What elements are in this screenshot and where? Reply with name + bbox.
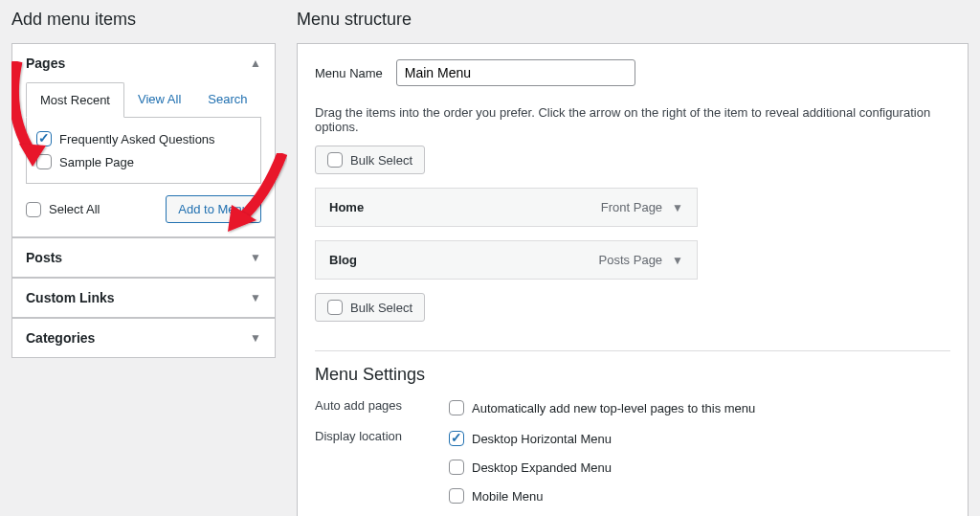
loc-desktop-expanded-checkbox[interactable] — [449, 460, 464, 475]
tab-search[interactable]: Search — [194, 82, 260, 117]
add-to-menu-button[interactable]: Add to Menu — [166, 195, 261, 223]
select-all-checkbox[interactable] — [26, 202, 41, 217]
tab-most-recent[interactable]: Most Recent — [26, 82, 124, 118]
tab-view-all[interactable]: View All — [124, 82, 194, 117]
accordion-posts[interactable]: Posts ▼ — [12, 237, 275, 278]
bulk-select-bottom-label: Bulk Select — [350, 301, 412, 315]
auto-add-label: Auto add pages — [315, 396, 449, 413]
chevron-down-icon: ▼ — [250, 251, 261, 264]
menu-item-home[interactable]: Home Front Page ▼ — [315, 188, 698, 227]
menu-item-home-label: Home — [329, 200, 364, 214]
chevron-up-icon: ▲ — [250, 56, 261, 70]
menu-settings-heading: Menu Settings — [315, 365, 950, 385]
bulk-select-bottom-button[interactable]: Bulk Select — [315, 293, 425, 322]
bulk-select-top-label: Bulk Select — [350, 153, 412, 168]
chevron-down-icon: ▼ — [672, 201, 683, 214]
loc-mobile-label: Mobile Menu — [472, 489, 543, 504]
page-item-sample[interactable]: Sample Page — [36, 150, 251, 173]
loc-desktop-expanded-label: Desktop Expanded Menu — [472, 460, 612, 475]
add-menu-items-heading: Add menu items — [11, 10, 276, 30]
select-all-row[interactable]: Select All — [26, 198, 100, 221]
menu-item-blog[interactable]: Blog Posts Page ▼ — [315, 240, 698, 280]
bulk-select-checkbox — [327, 152, 343, 168]
display-location-label: Display location — [315, 427, 449, 443]
select-all-label: Select All — [49, 202, 100, 216]
menu-item-home-type: Front Page — [601, 200, 662, 214]
menu-name-label: Menu Name — [315, 66, 383, 80]
menu-name-input[interactable] — [396, 59, 635, 86]
page-item-faq[interactable]: Frequently Asked Questions — [36, 127, 251, 150]
auto-add-checkbox[interactable] — [449, 400, 464, 415]
accordion-pages[interactable]: Pages ▲ — [12, 44, 275, 82]
bulk-select-top-button[interactable]: Bulk Select — [315, 146, 425, 174]
bulk-select-checkbox-2 — [327, 300, 343, 315]
loc-mobile[interactable]: Mobile Menu — [449, 484, 950, 507]
page-label-faq: Frequently Asked Questions — [59, 132, 215, 146]
accordion-custom-links[interactable]: Custom Links ▼ — [12, 278, 275, 318]
accordion-categories[interactable]: Categories ▼ — [12, 318, 275, 357]
accordion-posts-label: Posts — [26, 250, 62, 265]
menu-structure-panel: Menu Name Drag the items into the order … — [297, 43, 969, 516]
instructions-text: Drag the items into the order you prefer… — [315, 105, 950, 134]
loc-mobile-checkbox[interactable] — [449, 488, 464, 504]
chevron-down-icon: ▼ — [250, 331, 261, 345]
page-label-sample: Sample Page — [59, 155, 134, 169]
auto-add-option[interactable]: Automatically add new top-level pages to… — [449, 396, 950, 419]
page-checkbox-sample[interactable] — [36, 154, 52, 169]
loc-desktop-horizontal[interactable]: Desktop Horizontal Menu — [449, 427, 950, 450]
add-menu-items-panel: Pages ▲ Most Recent View All Search Freq… — [11, 43, 276, 358]
loc-desktop-horizontal-checkbox[interactable] — [449, 431, 464, 446]
menu-item-blog-label: Blog — [329, 253, 357, 267]
accordion-custom-links-label: Custom Links — [26, 290, 115, 305]
chevron-down-icon: ▼ — [672, 254, 683, 267]
menu-structure-heading: Menu structure — [297, 10, 969, 30]
menu-item-blog-type: Posts Page — [599, 253, 663, 267]
page-checkbox-faq[interactable] — [36, 131, 52, 146]
accordion-categories-label: Categories — [26, 330, 95, 346]
auto-add-option-label: Automatically add new top-level pages to… — [472, 401, 755, 415]
chevron-down-icon: ▼ — [250, 291, 261, 304]
accordion-pages-body: Most Recent View All Search Frequently A… — [12, 82, 275, 237]
loc-desktop-horizontal-label: Desktop Horizontal Menu — [472, 432, 612, 446]
loc-desktop-expanded[interactable]: Desktop Expanded Menu — [449, 456, 950, 479]
accordion-pages-label: Pages — [26, 56, 65, 71]
